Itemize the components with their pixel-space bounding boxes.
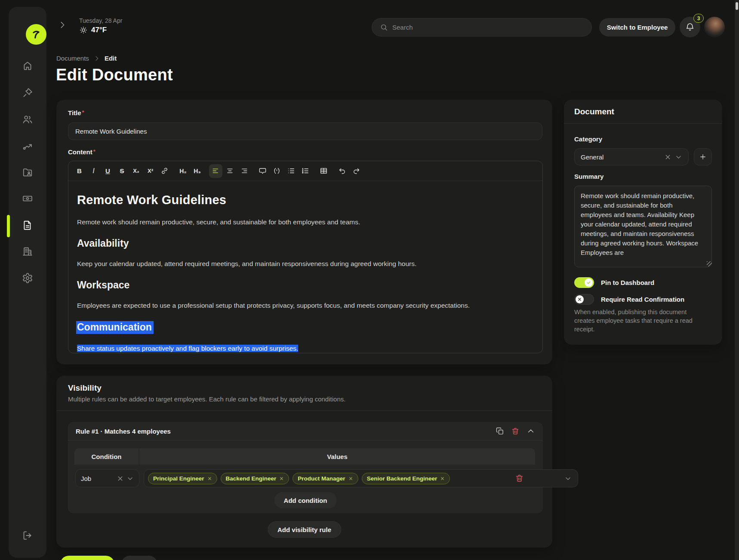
- page-scrollbar[interactable]: [735, 0, 739, 560]
- clear-condition-icon[interactable]: [117, 475, 124, 482]
- pin-to-dashboard-toggle[interactable]: [574, 277, 594, 288]
- page-title: Edit Document: [56, 66, 173, 84]
- sidebar-item-people[interactable]: [19, 111, 36, 128]
- summary-textarea[interactable]: Remote work should remain productive, se…: [574, 186, 712, 267]
- sidebar-item-payroll[interactable]: [19, 190, 36, 207]
- subscript-button[interactable]: X₂: [129, 164, 143, 178]
- remove-tag-icon[interactable]: [279, 476, 284, 481]
- doc-paragraph-selected: Share status updates proactively and fla…: [77, 345, 534, 352]
- condition-row: Job Principal Engineer Backend Engineer …: [74, 465, 535, 492]
- breadcrumb-chevron-icon: [93, 55, 100, 62]
- redo-button[interactable]: [350, 164, 363, 178]
- textarea-resize-handle[interactable]: [707, 261, 712, 266]
- link-icon: [160, 167, 169, 175]
- title-input[interactable]: [68, 122, 542, 140]
- save-button-partial[interactable]: [60, 556, 114, 560]
- require-read-label: Require Read Confirmation: [601, 296, 684, 303]
- values-column-header: Values: [139, 448, 535, 465]
- search-input[interactable]: [392, 24, 584, 31]
- bullet-list-button[interactable]: [284, 164, 298, 178]
- rule-header: Rule #1 · Matches 4 employees: [68, 422, 543, 441]
- sidebar: [9, 7, 46, 558]
- users-icon: [22, 114, 33, 125]
- gear-icon: [22, 272, 33, 284]
- delete-condition-icon[interactable]: [515, 474, 524, 483]
- visibility-subtitle: Multiple rules can be added to target em…: [68, 395, 345, 403]
- chevron-down-icon[interactable]: [564, 475, 572, 482]
- scrollbar-thumb[interactable]: [736, 2, 738, 10]
- chevron-down-icon[interactable]: [126, 475, 134, 482]
- comment-icon: [259, 167, 267, 175]
- sidebar-expand-chevron-icon[interactable]: [58, 20, 67, 30]
- weather-widget: 47°F: [79, 26, 107, 34]
- value-tag: Principal Engineer: [148, 473, 217, 484]
- building-icon: [22, 246, 33, 257]
- visibility-title: Visibility: [68, 383, 102, 393]
- strikethrough-button[interactable]: S: [115, 164, 129, 178]
- add-condition-button[interactable]: Add condition: [274, 492, 337, 508]
- app-logo[interactable]: [26, 24, 46, 45]
- sidebar-item-hr-folder[interactable]: [19, 164, 36, 181]
- sidebar-item-performance[interactable]: [19, 138, 36, 155]
- remove-tag-icon[interactable]: [207, 476, 212, 481]
- undo-icon: [338, 167, 346, 175]
- align-center-button[interactable]: [223, 164, 237, 178]
- bold-button[interactable]: B: [73, 164, 86, 178]
- add-category-button[interactable]: [694, 148, 712, 165]
- document-settings-panel: Document Category General Summary Remote…: [564, 100, 722, 345]
- duplicate-rule-icon[interactable]: [496, 427, 504, 435]
- sidebar-item-logout[interactable]: [19, 527, 36, 544]
- category-select[interactable]: General: [574, 148, 689, 165]
- doc-paragraph: Employees are expected to use a professi…: [77, 302, 534, 309]
- values-multiselect[interactable]: Principal Engineer Backend Engineer Prod…: [144, 469, 578, 487]
- superscript-button[interactable]: X²: [144, 164, 157, 178]
- visibility-rule-card: Rule #1 · Matches 4 employees Condition …: [68, 422, 543, 513]
- doc-heading-2: Availability: [77, 238, 534, 249]
- align-right-button[interactable]: [237, 164, 251, 178]
- value-tag: Senior Backend Engineer: [362, 473, 450, 484]
- condition-select[interactable]: Job: [75, 469, 139, 487]
- undo-button[interactable]: [336, 164, 349, 178]
- pin-icon: [22, 87, 33, 98]
- sidebar-item-documents[interactable]: [19, 217, 36, 234]
- breadcrumb-documents[interactable]: Documents: [56, 55, 89, 62]
- sidebar-item-pinned[interactable]: [19, 84, 36, 101]
- remove-tag-icon[interactable]: [440, 476, 445, 481]
- chevron-down-icon[interactable]: [675, 153, 682, 161]
- check-icon: [586, 280, 591, 285]
- cancel-button-partial[interactable]: [121, 556, 157, 560]
- heading2-button[interactable]: H₂: [176, 164, 190, 178]
- pin-to-dashboard-label: Pin to Dashboard: [601, 279, 654, 286]
- underline-button[interactable]: U: [101, 164, 114, 178]
- user-avatar[interactable]: [704, 17, 725, 37]
- summary-label: Summary: [574, 173, 604, 180]
- comment-button[interactable]: [256, 164, 269, 178]
- breadcrumb-edit: Edit: [105, 55, 117, 62]
- banknote-icon: [22, 193, 33, 204]
- value-tag: Product Manager: [293, 473, 358, 484]
- italic-button[interactable]: I: [87, 164, 100, 178]
- value-tag: Backend Engineer: [221, 473, 289, 484]
- add-visibility-rule-button[interactable]: Add visibility rule: [268, 521, 341, 538]
- table-header: Condition Values: [74, 448, 535, 465]
- align-left-button[interactable]: [209, 164, 222, 178]
- require-read-toggle[interactable]: [574, 294, 594, 305]
- sidebar-item-home[interactable]: [19, 57, 36, 74]
- folder-user-icon: [22, 167, 33, 178]
- heading3-button[interactable]: H₃: [191, 164, 204, 178]
- sidebar-item-settings[interactable]: [19, 269, 36, 287]
- remove-tag-icon[interactable]: [348, 476, 353, 481]
- editor-content[interactable]: Remote Work Guidelines Remote work shoul…: [68, 181, 542, 353]
- sidebar-item-company[interactable]: [19, 243, 36, 260]
- delete-rule-icon[interactable]: [511, 427, 520, 435]
- link-button[interactable]: [158, 164, 171, 178]
- collapse-rule-icon[interactable]: [527, 427, 535, 435]
- doc-heading-2: Workspace: [77, 279, 534, 291]
- document-form-card: Title* Content* B I U S X₂ X² H₂ H₃: [56, 100, 552, 364]
- required-asterisk: *: [93, 148, 95, 155]
- clear-category-icon[interactable]: [664, 153, 671, 161]
- ordered-list-button[interactable]: [299, 164, 312, 178]
- switch-to-employee-button[interactable]: Switch to Employee: [599, 18, 675, 37]
- table-button[interactable]: [317, 164, 330, 178]
- quote-button[interactable]: [270, 164, 283, 178]
